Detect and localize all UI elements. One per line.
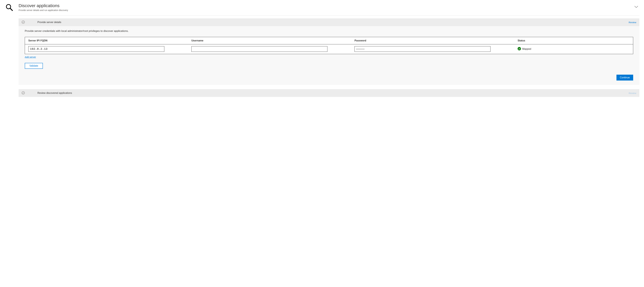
success-check-icon [518, 47, 521, 51]
status-text: Mapped [522, 48, 531, 50]
col-header-status: Status [518, 39, 630, 42]
server-table: Server IP/ FQDN Username Password Status [25, 37, 633, 54]
status-cell: Mapped [518, 47, 630, 51]
review-link[interactable]: Review [629, 21, 636, 24]
review-link-disabled: Review [629, 92, 636, 94]
check-circle-icon [22, 20, 25, 24]
svg-point-2 [518, 47, 521, 50]
page-title: Discover applications [18, 3, 633, 8]
table-header-row: Server IP/ FQDN Username Password Status [25, 37, 633, 44]
validate-button[interactable]: Validate [25, 63, 43, 69]
username-input[interactable] [192, 46, 328, 52]
col-header-pass: Password [354, 39, 514, 42]
search-icon [5, 3, 14, 12]
chevron-down-icon[interactable] [633, 3, 639, 8]
table-row: Mapped [25, 44, 633, 54]
svg-line-1 [10, 8, 12, 10]
server-ip-input[interactable] [28, 46, 164, 52]
col-header-user: Username [192, 39, 352, 42]
check-circle-icon [22, 91, 25, 95]
section-title: Provide server details [38, 21, 629, 24]
continue-button[interactable]: Continue [616, 75, 633, 80]
section-provide-server-details-body: Provide server credentials with local ad… [18, 26, 639, 85]
section-title: Review discovered applications [38, 92, 629, 94]
add-server-link[interactable]: Add server [25, 56, 36, 58]
page-subtitle: Provide server details and run applicati… [18, 9, 633, 11]
col-header-ip: Server IP/ FQDN [28, 39, 188, 42]
section-provide-server-details-header: Provide server details Review [18, 18, 639, 26]
password-input[interactable] [354, 46, 490, 52]
section-review-discovered-apps-header: Review discovered applications Review [18, 89, 639, 97]
body-instruction-text: Provide server credentials with local ad… [25, 29, 633, 33]
